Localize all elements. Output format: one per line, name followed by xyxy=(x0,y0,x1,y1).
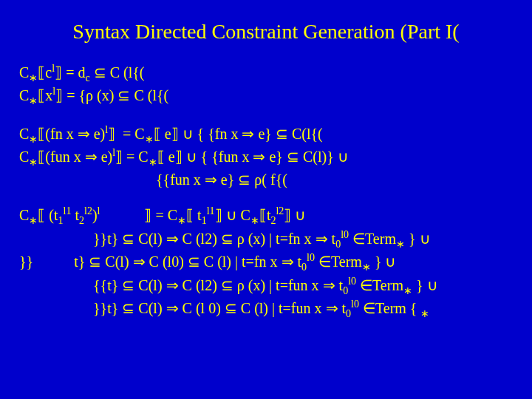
rule-line: C∗⟦ (t1l1 t2l2)l ⟧ = C∗⟦ t1l1⟧ ∪ C∗⟦t2l2… xyxy=(19,205,513,228)
rule-line: C∗⟦xl⟧ = {ρ (x) ⊆ C (l{( xyxy=(19,85,513,109)
rule-line: {{t} ⊆ C(l) ⇒ C (l2) ⊆ ρ (x) | t=fun x ⇒… xyxy=(19,275,513,299)
rule-line: {{fun x ⇒ e} ⊆ ρ( f{( xyxy=(19,170,513,190)
rule-line: }}t} ⊆ C(l) ⇒ C (l 0) ⊆ C (l) | t=fun x … xyxy=(19,298,513,321)
rule-application: C∗⟦ (t1l1 t2l2)l ⟧ = C∗⟦ t1l1⟧ ∪ C∗⟦t2l2… xyxy=(19,205,513,321)
rule-line: }} t} ⊆ C(l) ⇒ C (l0) ⊆ C (l) | t=fn x ⇒… xyxy=(19,251,513,275)
rule-line: C∗⟦(fn x ⇒ e)l⟧ = C∗⟦ e⟧ ∪ { {fn x ⇒ e} … xyxy=(19,123,513,147)
slide-title: Syntax Directed Constraint Generation (P… xyxy=(19,18,513,46)
rule-constants-vars: C∗⟦cl⟧ = dc ⊆ C (l{( C∗⟦xl⟧ = {ρ (x) ⊆ C… xyxy=(19,62,513,109)
slide: Syntax Directed Constraint Generation (P… xyxy=(0,0,532,399)
rule-fn-fun: C∗⟦(fn x ⇒ e)l⟧ = C∗⟦ e⟧ ∪ { {fn x ⇒ e} … xyxy=(19,123,513,190)
rule-line: }}t} ⊆ C(l) ⇒ C (l2) ⊆ ρ (x) | t=fn x ⇒ … xyxy=(19,228,513,252)
rule-line: C∗⟦cl⟧ = dc ⊆ C (l{( xyxy=(19,62,513,86)
rule-line: C∗⟦(fun x ⇒ e)l⟧ = C∗⟦ e⟧ ∪ { {fun x ⇒ e… xyxy=(19,146,513,170)
